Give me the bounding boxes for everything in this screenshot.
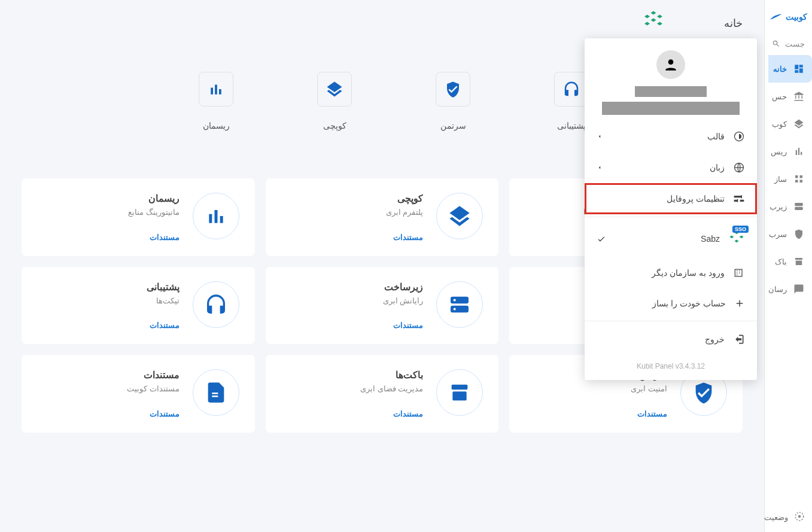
svg-rect-10 [214, 210, 217, 223]
svg-rect-11 [220, 216, 223, 223]
current-org-item[interactable]: SSO Sabz [585, 220, 757, 257]
brand-logo[interactable]: کوبیت [770, 12, 807, 22]
docs-link[interactable]: مستندات [281, 321, 424, 330]
svg-point-5 [798, 515, 801, 518]
shield-check-icon [692, 381, 716, 405]
svg-rect-3 [796, 261, 802, 266]
globe-icon [733, 162, 745, 174]
message-icon [793, 284, 804, 294]
sso-badge: SSO [732, 226, 749, 233]
layers-icon [326, 80, 343, 98]
user-menu-dropdown: قالب زبان تنظیمات پروفایل SSO Sabz [585, 38, 757, 380]
email-placeholder [602, 102, 740, 115]
menu-icon[interactable] [770, 11, 770, 23]
version-label: Kubit Panel v3.4.3.12 [585, 355, 757, 374]
bar-chart-icon [207, 80, 225, 98]
headset-icon [204, 293, 228, 317]
service-card[interactable]: ریسمان مانیتورینگ منابع مستندات [22, 178, 255, 256]
service-card[interactable]: باکت‌ها مدیریت فضای ابری مستندات [266, 355, 499, 433]
sidebar: کوبیت جست خانه حس کوب ریس ساز [764, 0, 812, 532]
bar-chart-icon [204, 204, 228, 228]
service-card[interactable]: مستندات مستندات کوبیت مستندات [22, 355, 255, 433]
building-icon [733, 267, 745, 279]
nav-home[interactable]: خانه [768, 55, 812, 83]
shield-check-icon [444, 80, 462, 98]
logout-item[interactable]: خروج [585, 324, 757, 355]
service-card[interactable]: پشتیبانی تیکت‌ها مستندات [22, 267, 255, 345]
service-card[interactable]: زیرساخت رایانش ابری مستندات [266, 267, 499, 345]
docs-link[interactable]: مستندات [525, 409, 667, 418]
nav-org[interactable]: ساز [768, 165, 812, 193]
svg-rect-27 [735, 269, 742, 276]
nav-kubit[interactable]: کوب [768, 110, 812, 138]
docs-link[interactable]: مستندات [281, 409, 424, 418]
page-title: خانه [22, 17, 743, 30]
tune-icon [733, 193, 745, 205]
svg-rect-8 [219, 89, 221, 95]
nav-risman[interactable]: ریس [768, 138, 812, 165]
search-input[interactable]: جست [765, 32, 812, 55]
svg-rect-1 [795, 207, 803, 210]
search-icon [772, 38, 780, 49]
svg-rect-23 [212, 396, 218, 397]
user-header [585, 38, 757, 121]
svg-rect-20 [452, 385, 468, 390]
svg-rect-2 [795, 258, 802, 260]
document-icon [204, 381, 228, 405]
nav-messaging[interactable]: رسان [768, 275, 812, 303]
fav-card[interactable]: سرتمن [400, 67, 506, 135]
nav-accounting[interactable]: حس [768, 83, 812, 110]
service-card[interactable]: کوپچی پلتفرم ابری مستندات [266, 178, 499, 256]
layers-icon [448, 204, 472, 228]
docs-link[interactable]: مستندات [281, 233, 424, 242]
bar-chart-icon [793, 146, 804, 157]
svg-rect-22 [212, 393, 218, 394]
headset-icon [562, 80, 580, 98]
server-icon [448, 293, 472, 317]
bank-icon [793, 91, 804, 102]
arrow-left-icon [597, 133, 603, 139]
create-account-item[interactable]: حساب خودت را بساز [585, 288, 757, 318]
swoosh-icon [770, 13, 782, 20]
status-icon [794, 511, 805, 522]
switch-org-item[interactable]: ورود به سازمان دیگر [585, 257, 757, 288]
docs-link[interactable]: مستندات [37, 233, 180, 242]
layers-icon [793, 118, 804, 129]
docs-link[interactable]: مستندات [37, 409, 180, 418]
check-icon [597, 234, 606, 244]
logout-icon [733, 333, 745, 345]
nav-security[interactable]: سرب [768, 220, 812, 248]
arrow-left-icon [597, 165, 603, 171]
svg-point-24 [668, 59, 674, 65]
svg-rect-7 [215, 85, 217, 95]
theme-menu-item[interactable]: قالب [585, 121, 757, 152]
person-icon [663, 57, 679, 72]
archive-icon [448, 381, 472, 405]
svg-point-19 [454, 308, 456, 310]
fav-card[interactable]: کوپچی [282, 67, 387, 135]
archive-icon [793, 256, 804, 267]
svg-rect-21 [453, 391, 467, 400]
svg-point-18 [454, 299, 456, 301]
docs-link[interactable]: مستندات [37, 321, 180, 330]
svg-rect-6 [211, 88, 213, 95]
brightness-icon [733, 130, 745, 142]
profile-settings-menu-item[interactable]: تنظیمات پروفایل [585, 183, 757, 214]
app-logo-icon[interactable] [643, 8, 664, 30]
status-item[interactable]: وضعیت [765, 503, 812, 532]
avatar [656, 50, 685, 79]
dashboard-icon [793, 63, 804, 74]
svg-rect-0 [795, 203, 803, 206]
shield-icon [793, 229, 804, 239]
server-icon [793, 201, 804, 212]
svg-rect-9 [209, 214, 212, 223]
grid-icon [793, 174, 804, 184]
nav-infra[interactable]: زیرب [768, 193, 812, 220]
svg-rect-16 [451, 296, 469, 303]
svg-rect-17 [451, 305, 469, 312]
plus-icon [734, 298, 745, 309]
nav-buckets[interactable]: باک [768, 248, 812, 275]
language-menu-item[interactable]: زبان [585, 152, 757, 183]
fav-card[interactable]: ریسمان [163, 67, 269, 135]
username-placeholder [635, 86, 707, 97]
